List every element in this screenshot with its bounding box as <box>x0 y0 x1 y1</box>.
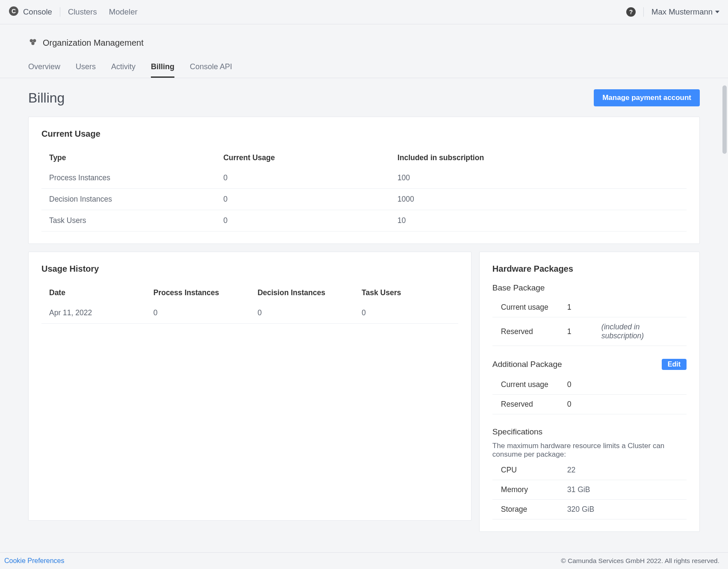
usage-history-table: Date Process Instances Decision Instance… <box>41 283 458 324</box>
chevron-down-icon <box>715 11 719 13</box>
svg-text:C: C <box>12 8 16 15</box>
tab-console-api[interactable]: Console API <box>190 62 232 78</box>
base-package-table: Current usage 1 Reserved 1 (included in … <box>492 298 687 346</box>
col-included: Included in subscription <box>390 148 687 167</box>
scrollbar[interactable] <box>722 26 727 552</box>
col-usage: Current Usage <box>215 148 389 167</box>
base-package-title: Base Package <box>492 283 687 293</box>
svg-point-3 <box>33 39 36 42</box>
usage-history-card: Usage History Date Process Instances Dec… <box>28 252 472 521</box>
page-header: Billing Manage payment account <box>28 89 700 106</box>
topnav-clusters[interactable]: Clusters <box>68 7 97 17</box>
subheader: Organization Management Overview Users A… <box>0 24 728 78</box>
tabs: Overview Users Activity Billing Console … <box>0 62 728 78</box>
hardware-title: Hardware Packages <box>492 264 687 274</box>
tab-activity[interactable]: Activity <box>111 62 136 78</box>
hardware-packages-card: Hardware Packages Base Package Current u… <box>479 252 700 532</box>
table-row: Decision Instances 0 1000 <box>41 189 687 210</box>
scroll-thumb[interactable] <box>722 85 727 154</box>
specs-title: Specifications <box>492 427 687 437</box>
user-menu[interactable]: Max Mustermann <box>643 7 719 17</box>
brand: C Console <box>9 6 60 18</box>
topnav-links: Clusters Modeler <box>68 7 138 17</box>
table-row: Storage 320 GiB <box>492 500 687 519</box>
table-row: Reserved 0 <box>492 395 687 414</box>
table-row: Process Instances 0 100 <box>41 167 687 189</box>
svg-point-4 <box>31 42 34 45</box>
main: Billing Manage payment account Current U… <box>0 78 728 565</box>
table-row: Current usage 0 <box>492 375 687 395</box>
topnav-modeler[interactable]: Modeler <box>109 7 138 17</box>
specs-desc: The maximum hardware resource limits a C… <box>492 442 687 459</box>
col-pi: Process Instances <box>146 283 250 302</box>
usage-history-title: Usage History <box>41 264 458 274</box>
edit-additional-button[interactable]: Edit <box>662 359 687 370</box>
col-type: Type <box>41 148 215 167</box>
tab-overview[interactable]: Overview <box>28 62 60 78</box>
col-date: Date <box>41 283 146 302</box>
cookie-preferences-link[interactable]: Cookie Preferences <box>4 557 65 565</box>
current-usage-title: Current Usage <box>41 129 687 139</box>
breadcrumb-label[interactable]: Organization Management <box>43 38 144 48</box>
table-row: CPU 22 <box>492 460 687 480</box>
breadcrumb: Organization Management <box>28 37 700 49</box>
col-tu: Task Users <box>354 283 458 302</box>
topbar: C Console Clusters Modeler ? Max Musterm… <box>0 0 728 24</box>
svg-point-2 <box>30 39 33 42</box>
table-row: Reserved 1 (included in subscription) <box>492 317 687 346</box>
app-name[interactable]: Console <box>23 7 60 17</box>
additional-package-title: Additional Package <box>492 360 562 369</box>
additional-package-table: Current usage 0 Reserved 0 <box>492 375 687 414</box>
current-usage-card: Current Usage Type Current Usage Include… <box>28 117 700 244</box>
specs-table: CPU 22 Memory 31 GiB Storage 320 GiB <box>492 460 687 519</box>
current-usage-table: Type Current Usage Included in subscript… <box>41 148 687 232</box>
help-icon[interactable]: ? <box>626 7 636 17</box>
footer: Cookie Preferences © Camunda Services Gm… <box>0 552 728 565</box>
manage-payment-button[interactable]: Manage payment account <box>594 89 700 106</box>
page-title: Billing <box>28 90 65 106</box>
org-icon <box>28 37 38 49</box>
tab-billing[interactable]: Billing <box>151 62 174 78</box>
user-name: Max Mustermann <box>651 7 713 17</box>
col-di: Decision Instances <box>250 283 354 302</box>
brand-icon: C <box>9 6 19 18</box>
table-row: Current usage 1 <box>492 298 687 317</box>
table-row: Memory 31 GiB <box>492 480 687 500</box>
tab-users[interactable]: Users <box>76 62 96 78</box>
table-row: Apr 11, 2022 0 0 0 <box>41 302 458 324</box>
copyright: © Camunda Services GmbH 2022. All rights… <box>561 557 719 565</box>
table-row: Task Users 0 10 <box>41 210 687 232</box>
